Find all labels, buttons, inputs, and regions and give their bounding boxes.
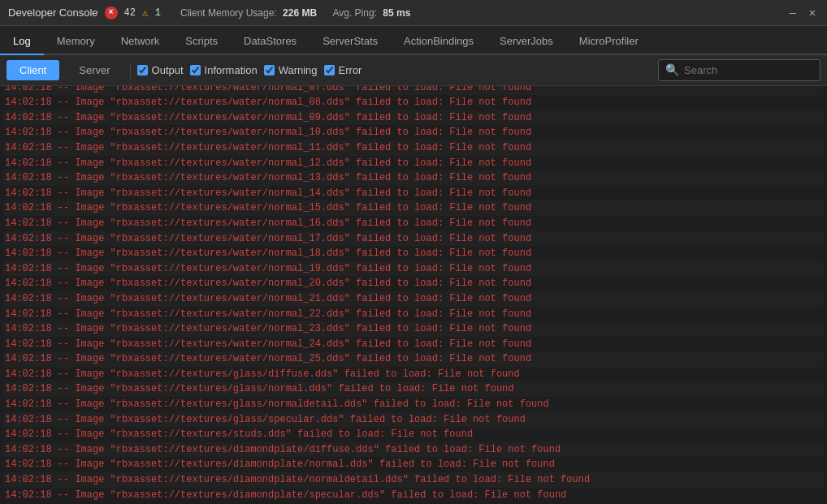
client-button[interactable]: Client — [6, 60, 59, 80]
ping-value: 85 ms — [383, 7, 410, 19]
tab-network[interactable]: Network — [108, 28, 173, 55]
search-box: 🔍 — [658, 59, 821, 81]
log-line: 14:02:18 -- Image "rbxasset://textures/g… — [3, 412, 824, 428]
search-icon: 🔍 — [665, 63, 679, 77]
log-line: 14:02:18 -- Image "rbxasset://textures/w… — [3, 86, 824, 95]
toolbar: Client Server Output Information Warning… — [0, 55, 827, 86]
warning-count: 1 — [155, 7, 161, 19]
error-checkbox[interactable] — [324, 65, 335, 75]
information-label: Information — [205, 64, 258, 76]
output-checkbox[interactable] — [137, 65, 148, 75]
log-line: 14:02:18 -- Image "rbxasset://textures/g… — [3, 367, 824, 382]
information-checkbox[interactable] — [190, 65, 201, 75]
error-label: Error — [339, 64, 362, 76]
toolbar-separator — [130, 62, 131, 79]
log-line: 14:02:18 -- Image "rbxasset://textures/w… — [3, 337, 824, 352]
memory-info: Client Memory Usage: 226 MB Avg. Ping: 8… — [180, 7, 410, 19]
information-filter[interactable]: Information — [190, 64, 258, 76]
tab-datastores[interactable]: DataStores — [231, 28, 310, 55]
close-button[interactable]: ✕ — [806, 6, 819, 19]
title-bar-controls: — ✕ — [786, 6, 819, 19]
warning-icon: ⚠ — [142, 6, 149, 19]
log-line: 14:02:18 -- Image "rbxasset://textures/w… — [3, 110, 824, 126]
log-line: 14:02:18 -- Image "rbxasset://textures/d… — [3, 442, 824, 458]
log-line: 14:02:18 -- Image "rbxasset://textures/w… — [3, 200, 824, 216]
output-filter[interactable]: Output — [137, 64, 184, 76]
log-line: 14:02:18 -- Image "rbxasset://textures/w… — [3, 216, 824, 231]
log-line: 14:02:18 -- Image "rbxasset://textures/d… — [3, 472, 824, 488]
warning-checkbox[interactable] — [264, 65, 275, 75]
memory-value: 226 MB — [283, 7, 317, 19]
log-line: 14:02:18 -- Image "rbxasset://textures/w… — [3, 307, 824, 322]
log-line: 14:02:18 -- Image "rbxasset://textures/w… — [3, 125, 824, 140]
log-line: 14:02:18 -- Image "rbxasset://textures/w… — [3, 170, 824, 186]
error-filter[interactable]: Error — [324, 64, 362, 76]
server-button[interactable]: Server — [66, 60, 123, 80]
error-count: 42 — [124, 7, 136, 19]
log-line: 14:02:18 -- Image "rbxasset://textures/d… — [3, 457, 824, 472]
log-line: 14:02:18 -- Image "rbxasset://textures/g… — [3, 381, 824, 397]
log-line: 14:02:18 -- Image "rbxasset://textures/w… — [3, 351, 824, 367]
tab-serverjobs[interactable]: ServerJobs — [487, 28, 566, 55]
output-label: Output — [152, 64, 184, 76]
log-line: 14:02:18 -- Image "rbxasset://textures/w… — [3, 156, 824, 171]
log-line: 14:02:18 -- Image "rbxasset://textures/w… — [3, 261, 824, 277]
log-line: 14:02:18 -- Image "rbxasset://textures/g… — [3, 397, 824, 412]
tab-memory[interactable]: Memory — [44, 28, 108, 55]
log-area[interactable]: 14:02:18 -- Image "rbxasset://textures/w… — [0, 86, 827, 504]
log-line: 14:02:18 -- Image "rbxasset://textures/w… — [3, 231, 824, 247]
tab-serverstats[interactable]: ServerStats — [310, 28, 391, 55]
error-badge: × — [105, 6, 118, 19]
tab-log[interactable]: Log — [0, 28, 44, 55]
log-line: 14:02:18 -- Image "rbxasset://textures/w… — [3, 291, 824, 307]
title-bar-left: Developer Console × 42 ⚠ 1 Client Memory… — [8, 6, 410, 19]
search-input[interactable] — [684, 64, 814, 76]
log-line: 14:02:18 -- Image "rbxasset://textures/d… — [3, 488, 824, 503]
tab-microprofiler[interactable]: MicroProfiler — [566, 28, 652, 55]
app-title: Developer Console — [8, 6, 98, 19]
tab-scripts[interactable]: Scripts — [172, 28, 231, 55]
title-bar: Developer Console × 42 ⚠ 1 Client Memory… — [0, 0, 827, 26]
log-line: 14:02:18 -- Image "rbxasset://textures/w… — [3, 140, 824, 156]
log-line: 14:02:18 -- Image "rbxasset://textures/w… — [3, 321, 824, 337]
warning-filter[interactable]: Warning — [264, 64, 318, 76]
log-line: 14:02:18 -- Image "rbxasset://textures/w… — [3, 276, 824, 291]
log-line: 14:02:18 -- Image "rbxasset://textures/w… — [3, 186, 824, 201]
memory-label: Client Memory Usage: — [180, 7, 277, 19]
log-line: 14:02:18 -- Image "rbxasset://textures/s… — [3, 427, 824, 442]
warning-label: Warning — [279, 64, 318, 76]
tab-bar: LogMemoryNetworkScriptsDataStoresServerS… — [0, 26, 827, 55]
log-line: 14:02:18 -- Image "rbxasset://textures/w… — [3, 246, 824, 261]
log-line: 14:02:18 -- Image "rbxasset://textures/w… — [3, 95, 824, 110]
minimize-button[interactable]: — — [786, 6, 799, 19]
tab-actionbindings[interactable]: ActionBindings — [391, 28, 487, 55]
ping-label: Avg. Ping: — [332, 7, 376, 19]
